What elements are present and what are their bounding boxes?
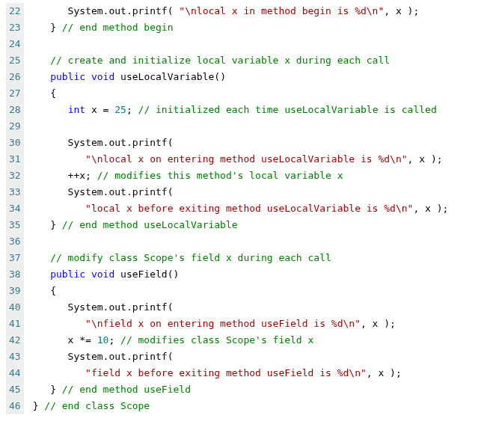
code-line: int x = 25; // initialized each time use…	[33, 102, 449, 118]
line-number: 35	[6, 217, 24, 233]
token-t	[33, 153, 85, 165]
token-t	[33, 104, 68, 115]
code-line: } // end method useLocalVariable	[33, 217, 449, 233]
token-t: , x );	[384, 5, 419, 16]
token-t: System.out.printf(	[33, 5, 180, 16]
code-line: ++x; // modifies this method's local var…	[33, 168, 449, 184]
token-k: int	[68, 104, 85, 115]
code-line: x *= 10; // modifies class Scope's field…	[33, 332, 449, 349]
code-line: } // end method begin	[33, 19, 449, 36]
token-k: void	[91, 269, 114, 280]
line-number: 31	[6, 151, 24, 168]
token-t: System.out.printf(	[33, 186, 174, 197]
token-t: System.out.printf(	[33, 137, 174, 148]
line-number: 36	[6, 233, 24, 250]
line-number: 45	[6, 381, 24, 398]
line-number: 44	[6, 365, 24, 381]
token-s: "\nlocal x on entering method useLocalVa…	[85, 153, 407, 165]
token-s: "local x before exiting method useLocalV…	[85, 203, 413, 214]
line-number: 46	[6, 398, 24, 414]
token-t: System.out.printf(	[33, 351, 174, 362]
line-number: 40	[6, 299, 24, 316]
code-line: System.out.printf(	[33, 349, 449, 365]
code-line: "\nfield x on entering method useField i…	[33, 316, 449, 332]
token-t: }	[33, 384, 62, 395]
code-line: System.out.printf(	[33, 184, 449, 200]
token-t: ++x;	[33, 170, 97, 181]
token-t	[33, 269, 50, 280]
token-n: 10	[97, 334, 109, 346]
line-number: 33	[6, 184, 24, 200]
code-line: {	[33, 283, 449, 299]
token-t	[33, 203, 85, 214]
line-number: 34	[6, 200, 24, 217]
code-line: "field x before exiting method useField …	[33, 365, 449, 381]
token-t: , x );	[367, 367, 402, 378]
token-t	[33, 55, 50, 66]
line-number: 23	[6, 19, 24, 36]
line-number: 38	[6, 266, 24, 283]
token-s: "\nlocal x in method begin is %d\n"	[179, 5, 384, 16]
token-t: ;	[126, 104, 138, 115]
code-line: System.out.printf( "\nlocal x in method …	[33, 3, 449, 19]
line-number: 24	[6, 36, 24, 52]
token-t: useField()	[114, 269, 179, 280]
code-line: "\nlocal x on entering method useLocalVa…	[33, 151, 449, 168]
token-t: ;	[108, 334, 120, 346]
token-t: , x );	[361, 318, 396, 329]
token-c: // modify class Scope's field x during e…	[50, 252, 331, 263]
token-c: // modifies this method's local variable…	[97, 170, 343, 181]
line-number: 37	[6, 250, 24, 266]
token-c: // end method useLocalVariable	[62, 219, 238, 230]
token-t: x *=	[33, 334, 97, 346]
token-k: public	[50, 71, 85, 82]
token-s: "field x before exiting method useField …	[85, 367, 367, 378]
token-t: }	[33, 219, 62, 230]
token-t	[85, 269, 91, 280]
token-t	[33, 252, 50, 263]
token-c: // end method begin	[62, 22, 174, 33]
token-s: "\nfield x on entering method useField i…	[85, 318, 361, 329]
token-t: System.out.printf(	[33, 301, 174, 313]
code-block: 2223242526272829303132333435363738394041…	[0, 0, 502, 417]
code-line	[33, 118, 449, 135]
line-number: 27	[6, 85, 24, 102]
token-n: 25	[114, 104, 126, 115]
code-line: public void useLocalVariable()	[33, 69, 449, 85]
token-k: public	[50, 269, 85, 280]
code-line: {	[33, 85, 449, 102]
line-number: 28	[6, 102, 24, 118]
token-c: // end class Scope	[44, 400, 150, 411]
code-line: } // end method useField	[33, 381, 449, 398]
token-t: , x );	[413, 203, 448, 214]
code-line: // create and initialize local variable …	[33, 52, 449, 69]
line-number: 41	[6, 316, 24, 332]
code-line	[33, 36, 449, 52]
line-number-gutter: 2223242526272829303132333435363738394041…	[6, 3, 33, 414]
token-t	[85, 71, 91, 82]
token-t: }	[33, 400, 45, 411]
token-k: void	[91, 71, 114, 82]
code-content: System.out.printf( "\nlocal x in method …	[33, 3, 449, 414]
line-number: 26	[6, 69, 24, 85]
line-number: 22	[6, 3, 24, 19]
line-number: 29	[6, 118, 24, 135]
line-number: 25	[6, 52, 24, 69]
line-number: 30	[6, 135, 24, 151]
line-number: 42	[6, 332, 24, 349]
token-t: , x );	[408, 153, 443, 165]
code-line: System.out.printf(	[33, 299, 449, 316]
token-c: // end method useField	[62, 384, 191, 395]
token-t: x =	[85, 104, 114, 115]
token-t: {	[33, 285, 56, 296]
token-c: // create and initialize local variable …	[50, 55, 390, 66]
token-t	[33, 367, 85, 378]
code-line: // modify class Scope's field x during e…	[33, 250, 449, 266]
token-t: }	[33, 22, 62, 33]
line-number: 43	[6, 349, 24, 365]
token-t: useLocalVariable()	[114, 71, 226, 82]
code-line: public void useField()	[33, 266, 449, 283]
token-t	[33, 71, 50, 82]
line-number: 39	[6, 283, 24, 299]
code-line: } // end class Scope	[33, 398, 449, 414]
